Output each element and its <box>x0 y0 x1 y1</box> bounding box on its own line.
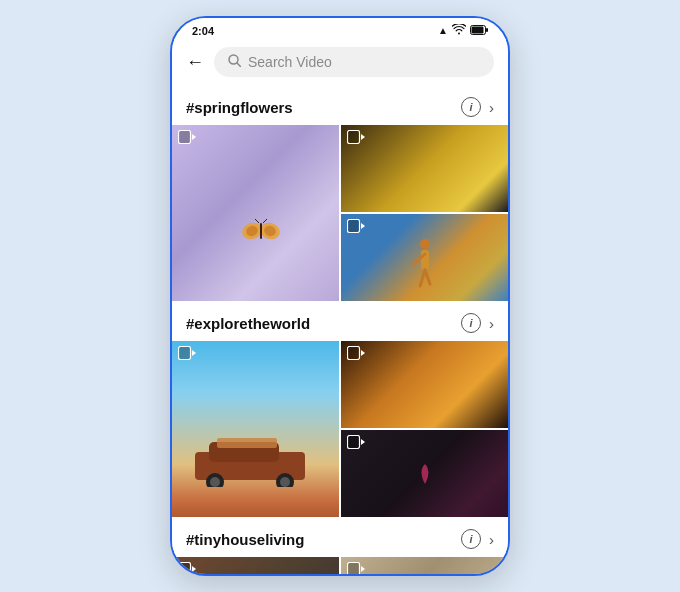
chevron-springflowers[interactable]: › <box>489 99 494 116</box>
chevron-exploretheworld[interactable]: › <box>489 315 494 332</box>
back-button[interactable]: ← <box>186 52 204 73</box>
section-header-springflowers: #springflowers i › <box>172 87 508 125</box>
grid-cell-sf-large[interactable] <box>172 125 339 301</box>
grid-cell-sf-bottom-right[interactable] <box>341 214 508 301</box>
search-placeholder: Search Video <box>248 54 332 70</box>
battery-icon <box>470 25 488 37</box>
svg-rect-32 <box>348 347 360 360</box>
svg-rect-29 <box>217 438 277 448</box>
svg-marker-22 <box>361 223 365 229</box>
svg-rect-1 <box>472 26 484 33</box>
svg-line-4 <box>237 63 241 67</box>
grid-cell-th-large[interactable] <box>172 557 339 574</box>
section-header-tinyhouseliving: #tinyhouseliving i › <box>172 519 508 557</box>
svg-line-10 <box>255 219 259 223</box>
info-button-springflowers[interactable]: i <box>461 97 481 117</box>
svg-rect-30 <box>179 347 191 360</box>
svg-marker-39 <box>361 566 365 572</box>
svg-point-16 <box>420 239 430 249</box>
svg-rect-21 <box>348 220 360 233</box>
vid-icon-ew-br <box>347 435 365 449</box>
phone-frame: 2:04 ▲ ← <box>170 16 510 576</box>
vid-icon-sf-tr <box>347 130 365 144</box>
vid-icon-th-tr <box>347 562 365 574</box>
svg-rect-14 <box>348 131 360 144</box>
info-button-tinyhouseliving[interactable]: i <box>461 529 481 549</box>
suv-silhouette <box>187 432 317 487</box>
status-time: 2:04 <box>192 25 214 37</box>
svg-rect-9 <box>260 223 262 239</box>
person-silhouette <box>410 236 440 296</box>
status-icons: ▲ <box>438 24 488 37</box>
vid-icon-sf-br <box>347 219 365 233</box>
hashtag-exploretheworld: #exploretheworld <box>186 315 310 332</box>
grid-cell-ew-top-right[interactable] <box>341 341 508 428</box>
svg-line-19 <box>420 270 425 286</box>
vid-icon-th-large <box>178 562 196 574</box>
svg-marker-33 <box>361 350 365 356</box>
section-header-exploretheworld: #exploretheworld i › <box>172 303 508 341</box>
image-grid-tinyhouseliving <box>172 557 508 574</box>
search-input-wrap[interactable]: Search Video <box>214 47 494 77</box>
hashtag-springflowers: #springflowers <box>186 99 293 116</box>
grid-cell-ew-large[interactable] <box>172 341 339 517</box>
image-grid-springflowers <box>172 125 508 301</box>
status-bar: 2:04 ▲ <box>172 18 508 41</box>
info-button-exploretheworld[interactable]: i <box>461 313 481 333</box>
svg-line-20 <box>425 270 430 284</box>
butterfly-decoration <box>242 217 280 245</box>
svg-rect-34 <box>348 436 360 449</box>
wifi-icon <box>452 24 466 37</box>
svg-marker-37 <box>192 566 196 572</box>
hashtag-tinyhouseliving: #tinyhouseliving <box>186 531 304 548</box>
section-actions-exploretheworld: i › <box>461 313 494 333</box>
section-actions-springflowers: i › <box>461 97 494 117</box>
svg-rect-12 <box>179 131 191 144</box>
svg-marker-31 <box>192 350 196 356</box>
grid-cell-th-tr[interactable] <box>341 557 508 574</box>
svg-marker-15 <box>361 134 365 140</box>
svg-point-26 <box>210 477 220 487</box>
vid-icon-ew-tr <box>347 346 365 360</box>
vid-icon-sf-large <box>178 130 196 144</box>
image-grid-exploretheworld <box>172 341 508 517</box>
svg-marker-13 <box>192 134 196 140</box>
signal-icon: ▲ <box>438 25 448 36</box>
grid-cell-sf-top-right[interactable] <box>341 125 508 212</box>
search-icon <box>228 54 241 70</box>
vid-icon-ew-large <box>178 346 196 360</box>
scroll-content[interactable]: #springflowers i › <box>172 87 508 574</box>
svg-line-11 <box>263 219 267 223</box>
search-bar: ← Search Video <box>172 41 508 87</box>
svg-rect-2 <box>486 28 488 32</box>
svg-rect-36 <box>179 563 191 575</box>
chevron-tinyhouseliving[interactable]: › <box>489 531 494 548</box>
decor-shape <box>410 459 440 489</box>
svg-rect-38 <box>348 563 360 575</box>
svg-marker-35 <box>361 439 365 445</box>
section-actions-tinyhouseliving: i › <box>461 529 494 549</box>
svg-point-28 <box>280 477 290 487</box>
grid-cell-ew-bottom-right[interactable] <box>341 430 508 517</box>
